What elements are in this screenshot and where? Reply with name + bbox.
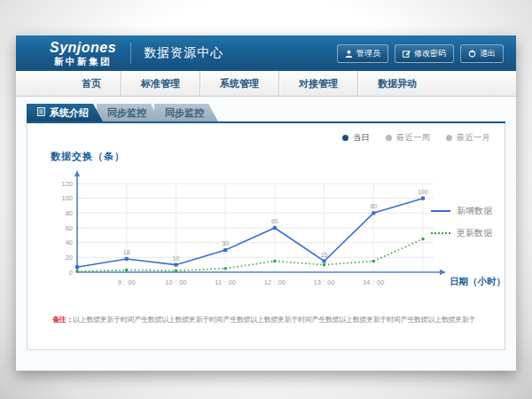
svg-text:80: 80 bbox=[66, 209, 73, 217]
footnote-text: 以上数据更新于时间产生数据以上数据更新于时间产生数据以上数据更新于时间产生数据以… bbox=[73, 316, 475, 324]
tab-label: 同步监控 bbox=[107, 106, 146, 120]
filter-today[interactable]: 当日 bbox=[342, 132, 370, 144]
tab-label: 同步监控 bbox=[165, 106, 204, 120]
edit-icon bbox=[403, 50, 411, 58]
svg-text:120: 120 bbox=[61, 180, 73, 188]
svg-text:30: 30 bbox=[222, 240, 229, 246]
change-password-button[interactable]: 修改密码 bbox=[395, 44, 454, 63]
dotted-line-icon bbox=[431, 232, 450, 234]
admin-user-button[interactable]: 管理员 bbox=[337, 44, 388, 63]
app-window: Synjones 新中新集团 数据资源中心 管理员 修改密码 bbox=[16, 35, 516, 371]
y-axis-title: 数据交换（条） bbox=[51, 150, 125, 163]
svg-text:15: 15 bbox=[321, 252, 328, 258]
radio-dot-icon bbox=[386, 135, 392, 141]
svg-text:日期（小时）: 日期（小时） bbox=[450, 276, 501, 287]
user-icon bbox=[345, 50, 353, 58]
radio-dot-icon bbox=[446, 135, 452, 141]
svg-text:40: 40 bbox=[66, 239, 73, 246]
radio-dot-icon bbox=[342, 135, 348, 141]
nav-item-data-change[interactable]: 数据异动 bbox=[357, 71, 436, 96]
header-actions: 管理员 修改密码 退出 bbox=[337, 44, 504, 63]
tab-label: 系统介绍 bbox=[50, 106, 89, 120]
power-icon bbox=[468, 50, 476, 58]
solid-line-icon bbox=[431, 210, 450, 212]
document-icon bbox=[37, 107, 45, 118]
svg-text:100: 100 bbox=[418, 189, 428, 195]
tab-bar: 系统介绍 同步监控 同步监控 bbox=[27, 104, 505, 121]
main-nav: 首页 标准管理 系统管理 对接管理 数据异动 bbox=[16, 71, 516, 97]
header-divider bbox=[130, 43, 131, 64]
svg-text:12：00: 12：00 bbox=[264, 278, 286, 286]
svg-text:10: 10 bbox=[173, 255, 180, 262]
app-header: Synjones 新中新集团 数据资源中心 管理员 修改密码 bbox=[16, 35, 516, 71]
svg-text:18: 18 bbox=[123, 249, 130, 255]
nav-item-interface-mgmt[interactable]: 对接管理 bbox=[278, 71, 357, 96]
range-filters: 当日 最近一周 最近一月 bbox=[342, 132, 490, 144]
legend-item-updated-data[interactable]: 更新数据 bbox=[431, 227, 492, 239]
tab-sync-monitor-1[interactable]: 同步监控 bbox=[97, 104, 160, 121]
svg-text:0: 0 bbox=[69, 269, 73, 277]
logo-company-name: 新中新集团 bbox=[54, 57, 112, 66]
svg-text:13：00: 13：00 bbox=[313, 278, 334, 286]
logo-wordmark: Synjones bbox=[50, 41, 116, 55]
svg-text:9：00: 9：00 bbox=[118, 278, 136, 286]
svg-text:100: 100 bbox=[61, 194, 73, 202]
page-title: 数据资源中心 bbox=[144, 45, 223, 61]
nav-item-system-mgmt[interactable]: 系统管理 bbox=[200, 71, 278, 96]
svg-text:10：00: 10：00 bbox=[165, 278, 186, 286]
series-legend: 新增数据 更新数据 bbox=[431, 205, 492, 239]
footnote: 备注：以上数据更新于时间产生数据以上数据更新于时间产生数据以上数据更新于时间产生… bbox=[52, 315, 492, 325]
nav-item-standard-mgmt[interactable]: 标准管理 bbox=[121, 71, 200, 96]
filter-last-month[interactable]: 最近一月 bbox=[446, 132, 490, 144]
content-area: 系统介绍 同步监控 同步监控 当日 最近一周 bbox=[16, 97, 516, 371]
svg-text:20: 20 bbox=[66, 254, 73, 262]
svg-text:80: 80 bbox=[370, 203, 377, 209]
chart-panel: 当日 最近一周 最近一月 数据交换（条） 0204060801001209：00… bbox=[27, 123, 505, 350]
tab-system-intro[interactable]: 系统介绍 bbox=[27, 104, 103, 121]
company-logo: Synjones 新中新集团 bbox=[50, 41, 116, 66]
svg-text:11：00: 11：00 bbox=[215, 278, 236, 286]
svg-text:60: 60 bbox=[66, 224, 73, 232]
logout-button[interactable]: 退出 bbox=[460, 44, 504, 63]
nav-item-home[interactable]: 首页 bbox=[62, 71, 121, 96]
filter-last-week[interactable]: 最近一周 bbox=[386, 132, 430, 144]
legend-item-new-data[interactable]: 新增数据 bbox=[431, 205, 492, 217]
tab-sync-monitor-2[interactable]: 同步监控 bbox=[154, 104, 218, 121]
svg-text:60: 60 bbox=[271, 218, 278, 224]
svg-text:14：00: 14：00 bbox=[363, 278, 384, 286]
footnote-prefix: 备注： bbox=[52, 316, 73, 324]
